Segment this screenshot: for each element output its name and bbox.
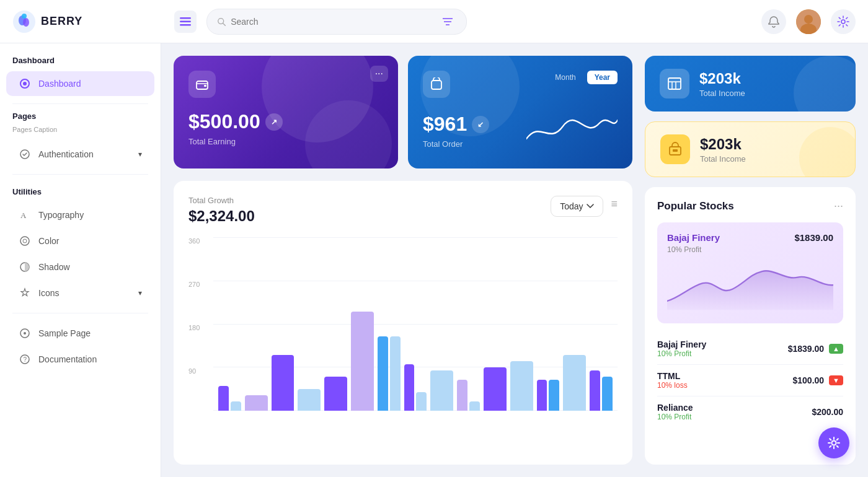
sidebar-item-authentication[interactable]: Authentication ▾: [6, 142, 154, 167]
bar-chart: 360 270 180 90: [188, 237, 618, 411]
bar: [430, 370, 453, 411]
stocks-menu-button[interactable]: ···: [834, 199, 843, 212]
header: BERRY: [0, 0, 868, 43]
order-card: Month Year $961 ↙ Total Order: [408, 56, 632, 168]
earning-card-icon: [188, 71, 216, 98]
bar-group-14: [563, 355, 586, 411]
bar: [390, 336, 401, 411]
svg-point-2: [23, 18, 29, 27]
logo-icon: [12, 10, 36, 33]
stocks-card: Popular Stocks ··· Bajaj Finery $1839.00…: [645, 187, 856, 465]
bar-chart-wrap: 360 270 180 90: [188, 237, 618, 448]
bar: [484, 367, 507, 411]
table-icon: [667, 76, 682, 91]
search-icon: [217, 17, 226, 27]
order-left: $961 ↙ Total Order: [423, 113, 514, 149]
sidebar-item-sample-page[interactable]: Sample Page: [6, 321, 154, 346]
sidebar-caption: Pages Caption: [0, 126, 161, 141]
chevron-down-filter-icon: [587, 204, 594, 209]
sidebar-item-documentation-label: Documentation: [38, 354, 97, 364]
bar: [218, 386, 229, 411]
featured-stock: Bajaj Finery $1839.00 10% Profit: [657, 222, 843, 323]
svg-point-13: [804, 15, 813, 24]
sidebar-item-color[interactable]: Color: [6, 229, 154, 253]
header-right: [761, 9, 856, 34]
settings-button[interactable]: [831, 9, 856, 34]
gear-icon: [837, 15, 849, 28]
sidebar-section-pages: Pages: [0, 112, 161, 126]
sidebar-item-sample-page-label: Sample Page: [38, 328, 91, 338]
bar: [324, 377, 347, 411]
svg-rect-29: [432, 81, 441, 89]
bar: [537, 380, 547, 411]
income-yellow-text: $203k Total Income: [700, 136, 746, 164]
bar-group-12: [510, 361, 533, 411]
growth-label: Total Growth: [188, 196, 255, 205]
tab-month[interactable]: Month: [547, 71, 583, 84]
svg-rect-5: [180, 20, 191, 22]
income-blue-card: $203k Total Income: [645, 56, 856, 112]
bar-group-13: [537, 380, 560, 411]
svg-rect-4: [180, 17, 191, 19]
stock-list-right-1: $1839.00 ▲: [788, 344, 843, 354]
hamburger-button[interactable]: [174, 11, 197, 33]
fab-gear-icon: [827, 436, 841, 450]
sidebar-item-shadow[interactable]: Shadow: [6, 255, 154, 279]
sample-page-icon: [19, 327, 31, 339]
svg-point-21: [23, 239, 27, 243]
shadow-icon: [19, 261, 31, 273]
bar: [602, 377, 613, 411]
wallet-icon: [195, 77, 209, 91]
income-yellow-amount: $203k: [700, 136, 746, 153]
svg-point-15: [841, 20, 845, 24]
svg-text:A: A: [20, 211, 27, 220]
svg-rect-35: [673, 149, 678, 152]
cash-register-icon: [668, 142, 683, 157]
stock-list-item: Bajaj Finery 10% Profit $1839.00 ▲: [657, 333, 843, 365]
up-badge: ▲: [829, 344, 843, 354]
bar-group-9: [430, 370, 453, 411]
bar-group-4: [298, 389, 321, 411]
sidebar-item-dashboard[interactable]: Dashboard: [6, 71, 154, 96]
bar-group-6: [351, 312, 374, 411]
bar: [351, 312, 374, 411]
sidebar-item-icons-label: Icons: [38, 288, 59, 298]
search-filter-button[interactable]: [439, 12, 456, 32]
stock-list-left-3: Reliance 10% Profit: [657, 403, 693, 421]
order-tabs: Month Year: [547, 71, 618, 84]
growth-controls: Today ≡: [551, 196, 618, 217]
notification-button[interactable]: [761, 9, 786, 34]
sidebar-section-dashboard: Dashboard: [0, 56, 161, 70]
svg-point-20: [20, 237, 29, 245]
order-trend-icon: ↙: [472, 116, 489, 133]
fab-settings-button[interactable]: [818, 427, 849, 458]
svg-point-36: [832, 441, 836, 445]
sidebar-item-typography[interactable]: A Typography: [6, 203, 154, 227]
income-blue-label: Total Income: [699, 89, 745, 98]
bars-container: [213, 237, 618, 411]
sidebar-item-typography-label: Typography: [38, 210, 84, 220]
sidebar-item-documentation[interactable]: ? Documentation: [6, 347, 154, 372]
bar-group-8: [404, 364, 427, 411]
income-blue-icon: [660, 69, 689, 98]
icons-icon: [19, 287, 31, 299]
bar: [416, 392, 427, 411]
earning-card-menu-button[interactable]: ···: [370, 66, 388, 82]
sidebar-item-icons[interactable]: Icons ▾: [6, 281, 154, 305]
today-filter-button[interactable]: Today: [551, 196, 603, 217]
sidebar: Dashboard Dashboard Pages Pages Caption …: [0, 43, 161, 477]
tab-year[interactable]: Year: [587, 71, 618, 84]
stock-list-left-2: TTML 10% loss: [657, 371, 688, 390]
avatar[interactable]: [796, 9, 821, 34]
y-axis-labels: 360 270 180 90: [188, 237, 200, 411]
hamburger-icon: [180, 17, 191, 26]
income-yellow-label: Total Income: [700, 154, 746, 164]
user-avatar-icon: [796, 9, 821, 34]
chart-menu-button[interactable]: ≡: [611, 198, 618, 211]
featured-stock-header: Bajaj Finery $1839.00: [667, 232, 833, 243]
sidebar-item-authentication-label: Authentication: [38, 149, 94, 159]
bar: [549, 380, 559, 411]
svg-rect-6: [180, 24, 191, 26]
stock-list-left-1: Bajaj Finery 10% Profit: [657, 339, 706, 358]
search-input[interactable]: [226, 17, 438, 27]
